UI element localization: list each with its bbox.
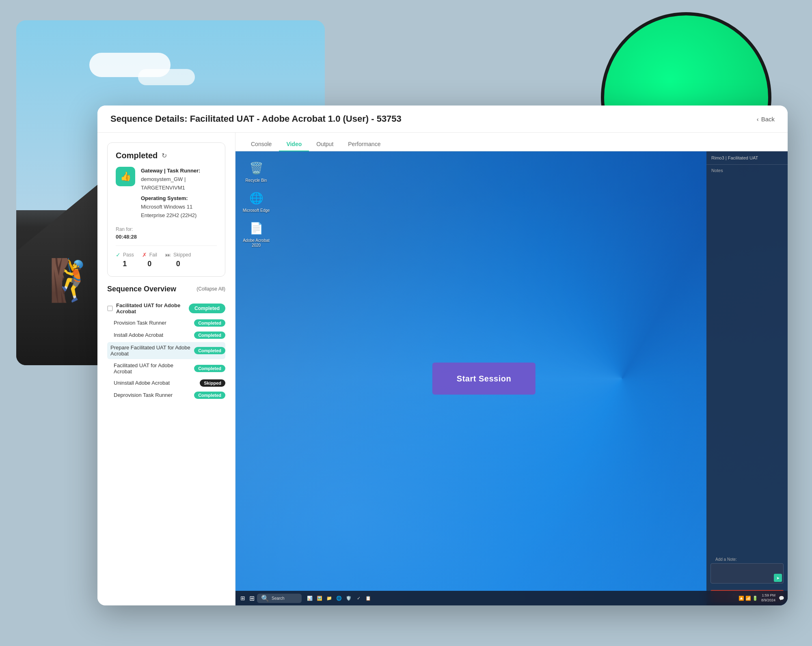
- back-button[interactable]: ‹ Back: [757, 116, 775, 123]
- tab-console[interactable]: Console: [244, 138, 279, 151]
- skip-icon: ⏭: [165, 252, 171, 258]
- skipped-value: 0: [176, 260, 180, 268]
- win11-desktop: 🗑️ Recycle Bin 🌐 Microsoft Edge 📄 Adobe …: [235, 151, 788, 605]
- sequence-item-provision: Provision Task Runner Completed: [107, 317, 225, 329]
- os-value: Microsoft Windows 11 Enterprise 22H2 (22…: [141, 203, 217, 220]
- taskbar-widgets-icon[interactable]: ⊞: [239, 594, 247, 602]
- edge-icon: 🌐: [248, 189, 265, 207]
- tab-video[interactable]: Video: [279, 138, 309, 151]
- taskbar-notification-icon[interactable]: 💬: [779, 596, 784, 601]
- pass-metric: ✓ Pass 1: [116, 252, 134, 268]
- tabs-bar: Console Video Output Performance: [235, 133, 788, 151]
- status-title: Completed: [116, 151, 158, 160]
- recycle-bin-icon: 🗑️: [248, 159, 265, 177]
- taskbar-app-5[interactable]: 🛡️: [345, 594, 353, 602]
- add-note-label: Add a Note:: [710, 556, 784, 563]
- taskbar-wifi-icon: 📶: [745, 596, 751, 601]
- note-input[interactable]: [710, 563, 784, 584]
- sequence-item-uat: Facilitated UAT for Adobe Acrobat Comple…: [107, 360, 225, 377]
- status-header: Completed ↻: [116, 151, 217, 160]
- ran-for-label: Ran for:: [116, 226, 137, 232]
- collapse-all-link[interactable]: (Collapse All): [197, 286, 225, 292]
- status-badge: Skipped: [200, 379, 225, 387]
- taskbar-right: 🔼 📶 🔋 1:59 PM 8/9/2024 💬: [739, 593, 784, 603]
- desktop-icons: 🗑️ Recycle Bin 🌐 Microsoft Edge 📄 Adobe …: [242, 159, 270, 248]
- send-note-button[interactable]: ➤: [774, 574, 782, 582]
- notes-label: Notes: [706, 165, 788, 174]
- session-panel-title: Rimo3 | Facilitated UAT: [706, 151, 788, 165]
- session-side-panel: Rimo3 | Facilitated UAT Notes Add a Note…: [706, 151, 788, 605]
- win11-taskbar: ⊞ ⊞ 🔍 Search 📊 🖼️ 📁 🌐 🛡️ ✓: [235, 591, 788, 605]
- skipped-metric: ⏭ Skipped 0: [165, 252, 191, 268]
- taskbar-app-3[interactable]: 📁: [325, 594, 333, 602]
- status-section: Completed ↻ 👍 Gateway | Task Runner: dem…: [107, 142, 225, 277]
- taskbar-search-label: Search: [272, 596, 285, 601]
- video-area: 🗑️ Recycle Bin 🌐 Microsoft Edge 📄 Adobe …: [235, 151, 788, 605]
- checkbox: [107, 306, 113, 311]
- fail-metric: ✗ Fail 0: [142, 252, 157, 268]
- skipped-label: Skipped: [173, 252, 191, 258]
- taskbar-battery-icon: 🔋: [752, 596, 758, 601]
- taskbar-app-6[interactable]: ✓: [354, 594, 363, 602]
- taskbar-start-button[interactable]: ⊞: [249, 594, 255, 602]
- pass-label: Pass: [123, 252, 134, 258]
- status-badge: Completed: [194, 319, 225, 327]
- adobe-icon: 📄: [248, 220, 265, 237]
- status-badge: Completed: [189, 304, 225, 313]
- pass-value: 1: [123, 260, 127, 268]
- fail-icon: ✗: [142, 252, 147, 258]
- taskbar-app-2[interactable]: 🖼️: [315, 594, 324, 602]
- recycle-bin-label: Recycle Bin: [246, 178, 267, 183]
- tab-performance[interactable]: Performance: [341, 138, 388, 151]
- os-label: Operating System:: [141, 195, 188, 201]
- runner-value: demosystem_GW | TARGETENVIVM1: [141, 175, 217, 192]
- metrics-row: ✓ Pass 1 ✗ Fail 0 ⏭: [116, 245, 217, 268]
- taskbar-date-value: 8/9/2024: [761, 598, 775, 603]
- right-panel: Console Video Output Performance 🗑️: [235, 133, 788, 605]
- chevron-left-icon: ‹: [757, 116, 759, 123]
- refresh-icon[interactable]: ↻: [162, 152, 167, 159]
- sequence-overview: Sequence Overview (Collapse All) Facilit…: [107, 285, 225, 401]
- taskbar-system-icons: 🔼 📶 🔋: [739, 596, 758, 601]
- search-icon: 🔍: [261, 594, 269, 602]
- desktop-icon-recycle[interactable]: 🗑️ Recycle Bin: [242, 159, 270, 183]
- sequence-item-prepare: Prepare Facilitated UAT for Adobe Acroba…: [107, 342, 225, 359]
- sequence-item-install: Install Adobe Acrobat Completed: [107, 329, 225, 341]
- taskbar-datetime: 1:59 PM 8/9/2024: [761, 593, 775, 603]
- sequence-item-parent: Facilitated UAT for Adobe Acrobat Comple…: [107, 300, 225, 317]
- back-label: Back: [761, 116, 775, 123]
- status-badge: Completed: [194, 392, 225, 399]
- runner-info: 👍 Gateway | Task Runner: demosystem_GW |…: [116, 167, 217, 220]
- pass-icon: ✓: [116, 252, 121, 258]
- thumbs-up-icon: 👍: [116, 167, 135, 186]
- taskbar-pinned-apps: 📊 🖼️ 📁 🌐 🛡️ ✓ 📋: [306, 594, 372, 602]
- desktop-icon-edge[interactable]: 🌐 Microsoft Edge: [242, 189, 270, 213]
- seq-item-name: Facilitated UAT for Adobe Acrobat: [116, 302, 189, 314]
- taskbar-search[interactable]: 🔍 Search: [257, 594, 302, 603]
- status-badge: Completed: [194, 365, 225, 372]
- runner-label: Gateway | Task Runner:: [141, 168, 200, 174]
- sequence-item-deprovision: Deprovision Task Runner Completed: [107, 389, 225, 401]
- taskbar-network-icon: 🔼: [739, 596, 744, 601]
- edge-label: Microsoft Edge: [243, 208, 270, 213]
- sequence-item-uninstall: Uninstall Adobe Acrobat Skipped: [107, 377, 225, 389]
- left-panel: Completed ↻ 👍 Gateway | Task Runner: dem…: [97, 133, 235, 605]
- runner-details: Gateway | Task Runner: demosystem_GW | T…: [141, 167, 217, 220]
- taskbar-app-4[interactable]: 🌐: [335, 594, 343, 602]
- status-badge: Completed: [194, 347, 225, 354]
- modal-title: Sequence Details: Facilitated UAT - Adob…: [110, 114, 402, 124]
- note-area: Add a Note: ➤: [706, 552, 788, 587]
- start-session-button[interactable]: Start Session: [432, 362, 536, 394]
- taskbar-app-7[interactable]: 📋: [364, 594, 372, 602]
- sequence-title: Sequence Overview: [107, 285, 176, 293]
- modal-header: Sequence Details: Facilitated UAT - Adob…: [97, 106, 788, 133]
- tab-output[interactable]: Output: [309, 138, 341, 151]
- fail-label: Fail: [149, 252, 157, 258]
- ran-for-value: 00:48:28: [116, 234, 137, 240]
- taskbar-time-value: 1:59 PM: [761, 593, 775, 598]
- taskbar-app-1[interactable]: 📊: [306, 594, 314, 602]
- desktop-icon-adobe[interactable]: 📄 Adobe Acrobat 2020: [242, 220, 270, 248]
- fail-value: 0: [147, 260, 151, 268]
- main-modal: Sequence Details: Facilitated UAT - Adob…: [97, 106, 788, 605]
- adobe-label: Adobe Acrobat 2020: [242, 238, 270, 248]
